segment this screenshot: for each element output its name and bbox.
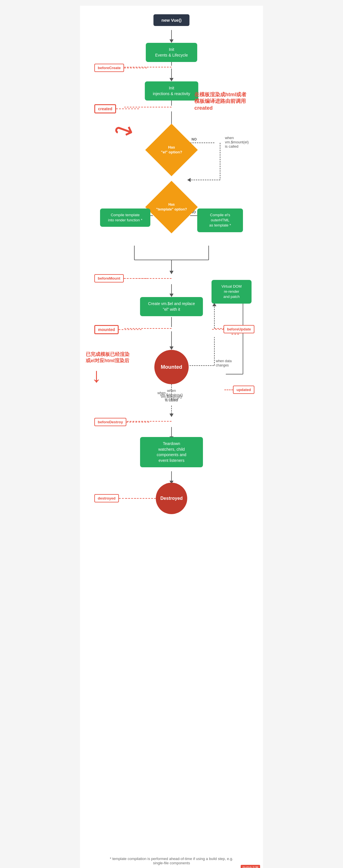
has-el-text: Has "el" option? <box>159 143 184 157</box>
compile-outerhtml-box: Compile el's outerHTML as template * <box>197 209 243 232</box>
mounted-section: mounted <box>94 325 142 334</box>
has-template-text: Has "template" option? <box>154 200 189 214</box>
diagram-container: YES NO YES NO <box>80 6 263 868</box>
when-destroy-text: when vm.$destroy() is called <box>160 389 183 401</box>
destroyed-dashed-line <box>119 498 136 499</box>
mounted-dashed-line <box>119 329 142 330</box>
before-mount-section: beforeMount <box>94 274 147 282</box>
mounted-circle-wrapper: Mounted <box>154 350 189 384</box>
before-update-dashed-line <box>212 329 224 330</box>
init-injections-box: Init injections & reactivity <box>145 82 198 100</box>
teardown-label: Teardown watchers, child components and … <box>140 437 203 467</box>
red-arrow-created: ↩ <box>110 115 138 146</box>
before-create-label: beforeCreate <box>94 64 124 72</box>
created-dashed-line <box>116 108 139 109</box>
before-destroy-label: beforeDestroy <box>94 418 126 426</box>
when-destroy-label: when vm.$destroy() is called <box>160 389 183 401</box>
brand-badge: PHP中文网 <box>241 865 260 868</box>
teardown-box: Teardown watchers, child components and … <box>140 437 203 467</box>
has-el-diamond-wrapper: Has "el" option? <box>153 131 190 168</box>
before-mount-dashed-line <box>124 278 147 279</box>
annotation-mounted-text: 已完成模板已经渲染 或el对应html渲染后 <box>86 351 130 364</box>
destroyed-circle: Destroyed <box>156 483 187 514</box>
has-el-diamond: Has "el" option? <box>145 124 198 176</box>
before-create-dashed-line <box>124 68 147 68</box>
when-mount-text: when vm.$mount(el) is called <box>225 136 249 149</box>
has-template-diamond: Has "template" option? <box>145 181 198 234</box>
virtual-dom-label: Virtual DOM re-render and patch <box>211 280 252 304</box>
create-vm-sel-box: Create vm.$el and replace "el" with it <box>140 297 203 316</box>
init-injections-label: Init injections & reactivity <box>145 82 198 100</box>
updated-section: updated <box>224 385 254 394</box>
footnote-section: * template compilation is performed ahea… <box>80 848 263 865</box>
before-destroy-section: beforeDestroy <box>94 418 149 426</box>
new-vue-label: new Vue() <box>153 14 190 26</box>
destroyed-section: destroyed <box>94 494 136 502</box>
annotation-created: 在模板渲染成html或者 模板编译进路由前调用created <box>194 91 257 112</box>
before-update-section: beforeUpdate <box>212 325 254 333</box>
create-vm-sel-label: Create vm.$el and replace "el" with it <box>140 297 203 316</box>
footnote-text: * template compilation is performed ahea… <box>97 857 246 865</box>
created-section: created <box>94 104 139 114</box>
init-events-label: Init Events & Lifecycle <box>146 43 197 62</box>
compile-template-box: Compile template into render function * <box>100 209 150 227</box>
new-vue-box: new Vue() <box>153 14 190 26</box>
created-label: created <box>94 104 116 114</box>
before-destroy-dashed-line <box>126 422 149 423</box>
updated-dashed-line <box>224 390 233 390</box>
before-mount-label: beforeMount <box>94 274 124 282</box>
mounted-label: mounted <box>94 325 119 334</box>
virtual-dom-box: Virtual DOM re-render and patch <box>211 280 252 304</box>
when-mount-label: when vm.$mount(el) is called <box>225 136 249 149</box>
init-events-box: Init Events & Lifecycle <box>146 43 197 62</box>
destroyed-label: destroyed <box>94 494 119 502</box>
mounted-circle: Mounted <box>154 350 189 384</box>
has-template-diamond-wrapper: Has "template" option? <box>153 188 190 226</box>
updated-label: updated <box>233 385 254 394</box>
compile-outerhtml-label: Compile el's outerHTML as template * <box>197 209 243 232</box>
annotation-mounted: 已完成模板已经渲染 或el对应html渲染后 ↓ <box>86 351 130 387</box>
destroyed-circle-wrapper: Destroyed <box>156 483 187 514</box>
compile-template-label: Compile template into render function * <box>100 209 150 227</box>
red-arrow-mounted: ↓ <box>91 364 130 387</box>
annotation-created-text: 在模板渲染成html或者 模板编译进路由前调用created <box>194 91 257 112</box>
before-create-section: beforeCreate <box>94 64 147 72</box>
content-layer: new Vue() Init Events & Lifecycle before… <box>80 6 263 868</box>
before-update-label: beforeUpdate <box>224 325 254 333</box>
